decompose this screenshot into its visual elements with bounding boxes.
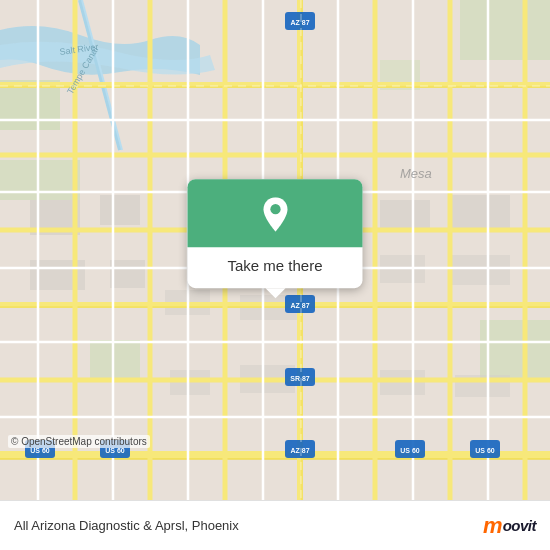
svg-rect-10	[110, 260, 145, 288]
popup-header	[188, 179, 363, 247]
moovit-m-letter: m	[483, 513, 503, 539]
location-label: All Arizona Diagnostic & Aprsl, Phoenix	[14, 518, 239, 533]
svg-rect-15	[450, 255, 510, 285]
svg-text:US 60: US 60	[105, 447, 125, 454]
take-me-there-button[interactable]: Take me there	[188, 247, 363, 288]
svg-text:US 60: US 60	[400, 447, 420, 454]
location-pin-icon	[257, 197, 293, 233]
svg-text:SR 87: SR 87	[290, 375, 310, 382]
svg-rect-3	[460, 0, 550, 60]
svg-point-71	[270, 204, 280, 214]
svg-rect-4	[480, 320, 550, 380]
svg-text:AZ 87: AZ 87	[290, 19, 309, 26]
location-popup: Take me there	[188, 179, 363, 288]
moovit-brand-text: oovit	[503, 517, 536, 534]
svg-rect-13	[380, 200, 430, 230]
svg-rect-2	[0, 160, 80, 200]
svg-text:AZ 87: AZ 87	[290, 447, 309, 454]
svg-text:Mesa: Mesa	[400, 166, 432, 181]
svg-rect-5	[90, 340, 140, 380]
bottom-bar: All Arizona Diagnostic & Aprsl, Phoenix …	[0, 500, 550, 550]
map-attribution: © OpenStreetMap contributors	[8, 435, 150, 448]
svg-text:US 60: US 60	[475, 447, 495, 454]
moovit-logo: m oovit	[483, 513, 536, 539]
svg-rect-8	[100, 195, 140, 225]
map-view[interactable]: AZ 87 AZ 87 SR 87 AZ 87 US 60 US 60 US 6…	[0, 0, 550, 500]
svg-rect-14	[450, 195, 510, 230]
svg-text:AZ 87: AZ 87	[290, 302, 309, 309]
svg-text:US 60: US 60	[30, 447, 50, 454]
